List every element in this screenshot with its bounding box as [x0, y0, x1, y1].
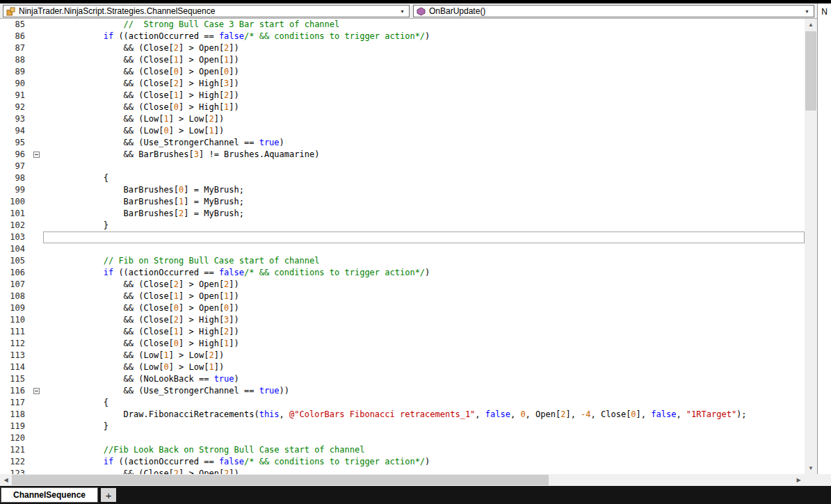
tab-channelsequence[interactable]: ChannelSequence	[1, 487, 98, 503]
code-line-text[interactable]: && (Low[0] > Low[1])	[43, 361, 805, 373]
code-line-text[interactable]: Draw.FibonacciRetracements(this, @"Color…	[43, 409, 805, 421]
code-line[interactable]: 116 && (Use_StrongerChannel == true))	[0, 385, 805, 397]
code-line[interactable]: 86 if ((actionOccurred == false/* && con…	[0, 31, 805, 42]
code-line[interactable]: 112 && (Close[0] > High[1])	[0, 338, 805, 350]
code-line[interactable]: 93 && (Low[1] > Low[2])	[0, 113, 805, 125]
code-line-text[interactable]	[43, 432, 805, 444]
code-editor[interactable]: 85 // Strong Bull Case 3 Bar start of ch…	[0, 19, 805, 474]
code-line[interactable]: 101 BarBrushes[2] = MyBrush;	[0, 208, 805, 220]
code-line-text[interactable]: && (Close[1] > Open[1])	[43, 291, 805, 302]
code-line-text[interactable]: && (NoLookBack == true)	[43, 373, 805, 385]
code-line-text[interactable]: if ((actionOccurred == false/* && condit…	[43, 456, 805, 468]
method-combo-dropdown-icon[interactable]: ▼	[802, 9, 812, 14]
code-line-text[interactable]: BarBrushes[2] = MyBrush;	[43, 208, 805, 220]
code-line[interactable]: 90 && (Close[2] > High[3])	[0, 78, 805, 90]
code-line[interactable]: 122 if ((actionOccurred == false/* && co…	[0, 456, 805, 468]
code-line[interactable]: 105 // Fib on Strong Bull Case start of …	[0, 255, 805, 267]
code-line[interactable]: 115 && (NoLookBack == true)	[0, 373, 805, 385]
code-line[interactable]: 120	[0, 432, 805, 444]
code-line-text[interactable]: //Fib Look Back on Strong Bull Case star…	[43, 444, 805, 456]
code-line-text[interactable]: // Fib on Strong Bull Case start of chan…	[43, 255, 805, 267]
collapse-region-icon[interactable]	[33, 152, 40, 158]
code-line[interactable]: 100 BarBrushes[1] = MyBrush;	[0, 196, 805, 208]
code-line-text[interactable]: && BarBrushes[3] != Brushes.Aquamarine)	[43, 149, 805, 161]
code-line[interactable]: 110 && (Close[2] > High[3])	[0, 314, 805, 326]
code-line[interactable]: 108 && (Close[1] > Open[1])	[0, 291, 805, 302]
class-combo-dropdown-icon[interactable]: ▼	[397, 9, 408, 14]
code-line-text[interactable]: && (Close[2] > Open[2])	[43, 279, 805, 291]
code-line[interactable]: 114 && (Low[0] > Low[1])	[0, 361, 805, 373]
fold-margin	[31, 421, 43, 432]
code-line[interactable]: 95 && (Use_StrongerChannel == true)	[0, 137, 805, 149]
code-line[interactable]: 123 && (Close[2] > Open[2])	[0, 468, 805, 474]
code-line-text[interactable]: && (Low[0] > Low[1])	[43, 125, 805, 137]
code-line-text[interactable]: && (Close[2] > Open[2])	[43, 42, 805, 54]
code-line[interactable]: 109 && (Close[0] > Open[0])	[0, 302, 805, 314]
vertical-scrollbar-thumb[interactable]	[805, 31, 816, 111]
code-line-text[interactable]: && (Close[0] > High[1])	[43, 338, 805, 350]
code-line-text[interactable]: if ((actionOccurred == false/* && condit…	[43, 267, 805, 279]
method-selector-combobox[interactable]: OnBarUpdate() ▼	[413, 5, 814, 17]
code-line-text[interactable]: && (Close[1] > High[2])	[43, 90, 805, 101]
code-line-text[interactable]: {	[43, 397, 805, 409]
code-line[interactable]: 113 && (Low[1] > Low[2])	[0, 350, 805, 361]
code-line[interactable]: 97	[0, 161, 805, 172]
scroll-right-arrow-icon[interactable]: ▶	[793, 474, 805, 486]
code-line-text[interactable]: }	[43, 220, 805, 231]
code-line-text[interactable]: && (Close[0] > Open[0])	[43, 66, 805, 78]
code-line-text[interactable]	[43, 243, 805, 255]
code-line[interactable]: 87 && (Close[2] > Open[2])	[0, 42, 805, 54]
code-line-text[interactable]: && (Low[1] > Low[2])	[43, 113, 805, 125]
code-line-text[interactable]: && (Close[0] > High[1])	[43, 101, 805, 113]
class-selector-combobox[interactable]: NinjaTrader.NinjaScript.Strategies.Chann…	[3, 5, 410, 17]
code-line-text[interactable]: && (Close[2] > Open[2])	[43, 468, 805, 474]
code-line-text[interactable]: && (Close[2] > High[3])	[43, 78, 805, 90]
code-line-text[interactable]: && (Use_StrongerChannel == true))	[43, 385, 805, 397]
code-line[interactable]: 89 && (Close[0] > Open[0])	[0, 66, 805, 78]
horizontal-scrollbar[interactable]: ◀ ▶	[0, 474, 805, 486]
code-line-text[interactable]: && (Close[0] > Open[0])	[43, 302, 805, 314]
code-line[interactable]: 118 Draw.FibonacciRetracements(this, @"C…	[0, 409, 805, 421]
code-line-text[interactable]: && (Use_StrongerChannel == true)	[43, 137, 805, 149]
code-line-text[interactable]: if ((actionOccurred == false/* && condit…	[43, 31, 805, 42]
code-line[interactable]: 94 && (Low[0] > Low[1])	[0, 125, 805, 137]
code-line-text[interactable]: && (Low[1] > Low[2])	[43, 350, 805, 361]
code-line-text[interactable]: BarBrushes[1] = MyBrush;	[43, 196, 805, 208]
code-line[interactable]: 92 && (Close[0] > High[1])	[0, 101, 805, 113]
code-line[interactable]: 98 {	[0, 172, 805, 184]
code-line-text[interactable]: && (Close[2] > High[3])	[43, 314, 805, 326]
code-line[interactable]: 117 {	[0, 397, 805, 409]
vertical-scrollbar[interactable]: ▲ ▼	[805, 19, 817, 474]
collapsed-side-panel[interactable]: N	[817, 3, 831, 474]
code-area[interactable]: 85 // Strong Bull Case 3 Bar start of ch…	[0, 19, 805, 474]
new-tab-button[interactable]: +	[101, 488, 116, 502]
code-line[interactable]: 85 // Strong Bull Case 3 Bar start of ch…	[0, 19, 805, 31]
code-line[interactable]: 91 && (Close[1] > High[2])	[0, 90, 805, 101]
code-line-text[interactable]: BarBrushes[0] = MyBrush;	[43, 184, 805, 196]
code-line[interactable]: 106 if ((actionOccurred == false/* && co…	[0, 267, 805, 279]
scroll-down-arrow-icon[interactable]: ▼	[805, 462, 817, 474]
line-number: 123	[0, 468, 31, 474]
code-line[interactable]: 96 && BarBrushes[3] != Brushes.Aquamarin…	[0, 149, 805, 161]
code-line[interactable]: 104	[0, 243, 805, 255]
code-line[interactable]: 119 }	[0, 421, 805, 432]
line-number: 88	[0, 54, 31, 66]
code-line[interactable]: 111 && (Close[1] > High[2])	[0, 326, 805, 338]
code-line-text[interactable]: // Strong Bull Case 3 Bar start of chann…	[43, 19, 805, 31]
scroll-left-arrow-icon[interactable]: ◀	[0, 474, 12, 486]
code-line[interactable]: 121 //Fib Look Back on Strong Bull Case …	[0, 444, 805, 456]
code-line-text[interactable]: {	[43, 172, 805, 184]
current-code-line-text[interactable]	[43, 231, 805, 243]
code-line[interactable]: 103	[0, 231, 805, 243]
horizontal-scrollbar-thumb[interactable]	[12, 475, 549, 485]
collapse-region-icon[interactable]	[33, 388, 40, 394]
code-line-text[interactable]: && (Close[1] > Open[1])	[43, 54, 805, 66]
code-line-text[interactable]: && (Close[1] > High[2])	[43, 326, 805, 338]
code-line[interactable]: 102 }	[0, 220, 805, 231]
code-line[interactable]: 99 BarBrushes[0] = MyBrush;	[0, 184, 805, 196]
scroll-up-arrow-icon[interactable]: ▲	[805, 19, 817, 31]
code-line[interactable]: 107 && (Close[2] > Open[2])	[0, 279, 805, 291]
code-line-text[interactable]	[43, 161, 805, 172]
code-line-text[interactable]: }	[43, 421, 805, 432]
code-line[interactable]: 88 && (Close[1] > Open[1])	[0, 54, 805, 66]
